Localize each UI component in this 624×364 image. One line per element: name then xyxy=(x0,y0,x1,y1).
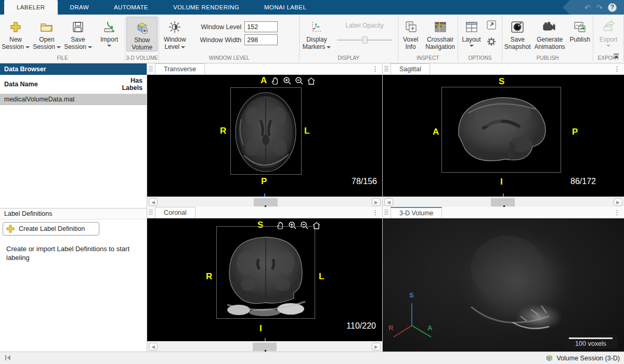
window-level-field-label: Window Level xyxy=(193,23,241,31)
scale-bar xyxy=(569,337,613,339)
window-width-input[interactable] xyxy=(244,34,278,45)
collapse-ribbon-icon[interactable] xyxy=(613,51,620,61)
section-label-publish: PUBLISH xyxy=(502,55,593,63)
crosshair-navigation-label: Crosshair Navigation xyxy=(425,36,455,50)
coronal-slice-scrollbar[interactable]: ◀ ▶ xyxy=(147,341,382,352)
orientation-label-left: L xyxy=(304,126,309,136)
panel-menu-icon[interactable]: ⋮ xyxy=(372,65,379,73)
transverse-slice-scrollbar[interactable]: ◀ ▶ xyxy=(147,197,382,207)
collapse-panel-icon[interactable] xyxy=(4,354,11,363)
zoom-in-icon[interactable] xyxy=(283,76,292,85)
new-session-caret-icon xyxy=(25,46,30,48)
new-session-label: New Session xyxy=(2,36,24,50)
help-icon[interactable]: ? xyxy=(608,3,617,12)
drag-handle-icon[interactable] xyxy=(149,210,153,215)
scroll-right-icon[interactable]: ▶ xyxy=(372,343,381,350)
open-session-label: Open Session xyxy=(33,36,55,50)
publish-button[interactable]: Publish xyxy=(567,17,593,43)
section-label-3d-volume: 3-D VOLUME xyxy=(125,55,159,63)
scroll-left-icon[interactable]: ◀ xyxy=(149,343,158,350)
slider-thumb[interactable] xyxy=(362,36,368,44)
save-snapshot-label: Save Snapshot xyxy=(504,36,531,50)
layout-button[interactable]: Layout xyxy=(458,17,485,47)
data-row-medical-volume[interactable]: medicalVolumeData.mat xyxy=(0,94,147,105)
tab-3d-volume[interactable]: 3-D Volume xyxy=(391,207,442,218)
tab-volume-rendering[interactable]: VOLUME RENDERING xyxy=(161,0,252,15)
layout-grid-icon xyxy=(458,18,485,36)
label-opacity-slider[interactable] xyxy=(337,36,392,44)
orientation-label-inferior: I xyxy=(259,323,262,334)
axis-label-right: R xyxy=(388,324,393,332)
display-markers-caret-icon xyxy=(327,46,331,48)
tab-labeler[interactable]: LABELER xyxy=(4,0,58,15)
window-level-button[interactable]: Window Level xyxy=(159,17,190,50)
import-icon xyxy=(94,18,125,36)
scrollbar-thumb[interactable] xyxy=(491,198,515,206)
save-floppy-icon xyxy=(62,18,94,36)
generate-animations-button[interactable]: Generate Animations xyxy=(532,17,567,50)
tab-coronal[interactable]: Coronal xyxy=(155,207,196,218)
panel-menu-icon[interactable]: ⋮ xyxy=(614,209,620,216)
slice-indicator: 78/156 xyxy=(352,177,377,186)
panel-menu-icon[interactable]: ⋮ xyxy=(614,65,620,73)
popout-icon[interactable] xyxy=(486,20,497,32)
redo-icon[interactable]: ↷ xyxy=(596,4,603,11)
sagittal-tab-strip: Sagittal ⋮ xyxy=(383,63,624,75)
section-label-inspect: INSPECT xyxy=(398,55,458,63)
open-session-button[interactable]: Open Session xyxy=(31,17,62,50)
create-label-definition-label: Create Label Definition xyxy=(19,225,85,232)
open-folder-icon xyxy=(31,18,62,36)
import-button[interactable]: Import xyxy=(94,17,125,47)
sagittal-viewport[interactable]: S A xyxy=(383,75,624,197)
zoom-out-icon[interactable] xyxy=(295,76,304,85)
sagittal-slice-scrollbar[interactable]: ◀ ▶ xyxy=(383,197,624,207)
show-volume-toggle[interactable]: Show Volume xyxy=(126,17,158,51)
tab-sagittal[interactable]: Sagittal xyxy=(391,63,430,74)
new-session-button[interactable]: New Session xyxy=(0,17,31,50)
scroll-right-icon[interactable]: ▶ xyxy=(372,198,381,206)
home-icon[interactable] xyxy=(307,76,316,85)
transverse-viewport[interactable]: A xyxy=(147,75,382,197)
voxel-info-icon xyxy=(398,18,423,36)
sagittal-brain-image xyxy=(442,87,561,172)
quick-access-toolbar: ↶ ↷ ? xyxy=(563,0,624,15)
save-snapshot-button[interactable]: Save Snapshot xyxy=(502,17,532,50)
drag-handle-icon[interactable] xyxy=(384,210,388,215)
gear-icon[interactable] xyxy=(486,36,497,49)
drag-handle-icon[interactable] xyxy=(149,66,153,72)
panel-menu-icon[interactable]: ⋮ xyxy=(372,209,379,216)
save-session-button[interactable]: Save Session xyxy=(62,17,94,50)
data-browser-title: Data Browser xyxy=(4,66,46,73)
orientation-label-right: R xyxy=(220,126,226,136)
export-button[interactable]: Export xyxy=(593,17,623,47)
tab-monai-label[interactable]: MONAI LABEL xyxy=(252,0,319,15)
drag-handle-icon[interactable] xyxy=(384,66,388,72)
column-data-name: Data Name xyxy=(4,81,38,88)
scroll-left-icon[interactable]: ◀ xyxy=(384,198,393,206)
export-label: Export xyxy=(600,36,618,43)
crosshair-navigation-button[interactable]: Crosshair Navigation xyxy=(423,17,458,50)
show-volume-label: Show Volume xyxy=(132,36,152,51)
window-level-input[interactable] xyxy=(244,21,278,32)
scroll-left-icon[interactable]: ◀ xyxy=(149,198,158,206)
sagittal-panel: Sagittal ⋮ S xyxy=(382,63,624,207)
label-opacity-label: Label Opacity xyxy=(334,22,395,29)
axis-label-anterior: A xyxy=(427,324,432,332)
coronal-brain-image xyxy=(217,227,315,318)
undo-icon[interactable]: ↶ xyxy=(584,4,591,11)
tab-transverse[interactable]: Transverse xyxy=(155,63,205,74)
orientation-label-right: R xyxy=(206,271,212,282)
orientation-label-posterior: P xyxy=(572,127,578,137)
scale-label: 100 voxels xyxy=(575,341,606,347)
voxel-info-button[interactable]: Voxel Info xyxy=(398,17,423,50)
open-session-caret-icon xyxy=(57,46,61,48)
display-markers-button[interactable]: Display Markers xyxy=(300,17,334,50)
coronal-viewport[interactable]: S xyxy=(147,218,382,341)
window-level-caret-icon xyxy=(181,46,185,48)
scroll-right-icon[interactable]: ▶ xyxy=(614,198,622,206)
tab-draw[interactable]: DRAW xyxy=(58,0,101,15)
pan-hand-icon[interactable] xyxy=(271,76,280,85)
tab-automate[interactable]: AUTOMATE xyxy=(101,0,161,15)
create-label-definition-button[interactable]: Create Label Definition xyxy=(3,222,99,236)
volume-3d-viewport[interactable]: S R A 100 voxels xyxy=(383,218,624,352)
